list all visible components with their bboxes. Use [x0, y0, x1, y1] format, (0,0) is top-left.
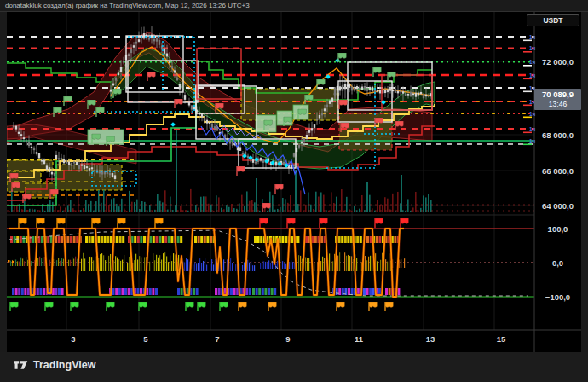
current-price-time: 13:46	[534, 100, 581, 109]
price-label: 72 000,0	[534, 57, 581, 67]
tradingview-snapshot: donatakkluk создал(а) график на TradingV…	[0, 0, 588, 382]
price-axis[interactable]: 72 000,0 68 000,0 66 000,0 64 000,0 100,…	[534, 12, 581, 330]
tradingview-logo-icon	[14, 359, 28, 371]
osc-label: 100,0	[534, 224, 581, 234]
tradingview-brand[interactable]: TradingView	[14, 359, 95, 371]
attribution-text: donatakkluk создал(а) график на TradingV…	[5, 2, 516, 11]
price-label: 66 000,0	[534, 166, 581, 176]
time-label: 7	[205, 334, 230, 344]
time-label: 11	[346, 334, 372, 344]
price-label: 64 000,0	[534, 201, 581, 211]
current-price-value: 70 089,9	[534, 89, 581, 100]
time-label: 9	[275, 334, 301, 344]
time-label: 13	[418, 334, 443, 344]
chart-canvas[interactable]: 1ч1ч1ч1ч1ч1ч1ч1ч1ч	[7, 12, 581, 352]
time-label: 3	[61, 334, 86, 344]
time-label: 15	[488, 334, 514, 344]
osc-label: −100,0	[534, 292, 581, 302]
footer-bar: TradingView	[0, 352, 588, 382]
price-label: 68 000,0	[534, 130, 581, 140]
time-label: 5	[133, 334, 159, 344]
current-price-box: 70 089,9 13:46	[534, 89, 581, 110]
time-axis[interactable]: 3 5 7 9 11 13 15	[7, 330, 534, 352]
osc-label: 0,0	[534, 258, 581, 268]
main-pane	[7, 26, 534, 212]
brand-text: TradingView	[33, 359, 95, 371]
chart-area[interactable]: 1ч1ч1ч1ч1ч1ч1ч1ч1ч	[7, 12, 581, 352]
oscillator-pane	[7, 218, 534, 311]
